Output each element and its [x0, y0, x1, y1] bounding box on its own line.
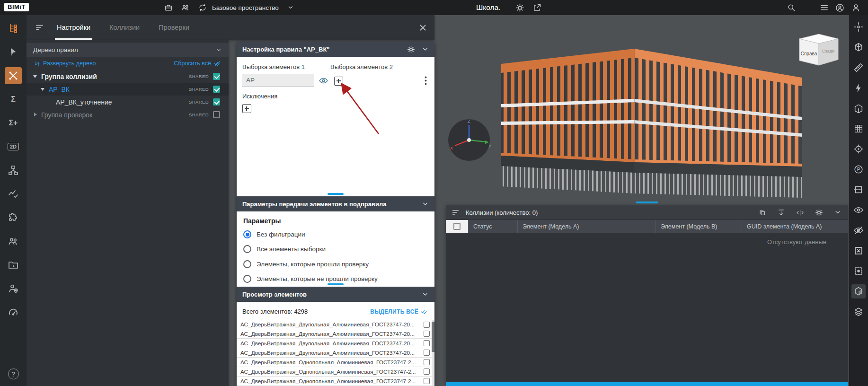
show-eye-icon[interactable]: [851, 203, 866, 217]
column-guid[interactable]: GUID элемента (Модель A): [742, 220, 848, 233]
chevron-down-icon[interactable]: [39, 85, 47, 93]
rule-settings-gear-icon[interactable]: [407, 45, 415, 53]
tree-item-collision-group[interactable]: Группа коллизий SHARED: [27, 70, 229, 83]
users-icon[interactable]: [5, 233, 22, 250]
close-icon[interactable]: [419, 24, 427, 32]
model-tree-icon[interactable]: [5, 20, 22, 37]
vertical-scrollbar[interactable]: [432, 320, 434, 386]
layers-icon[interactable]: [851, 305, 866, 319]
search-icon[interactable]: [786, 2, 797, 13]
column-element-a[interactable]: Элемент (Модель A): [518, 220, 656, 233]
chevron-right-icon[interactable]: [31, 111, 39, 119]
locate-target-icon[interactable]: [851, 142, 866, 156]
element-list-item[interactable]: АС_ДверьВитражная_Двупольная_Алюминиевая…: [237, 320, 434, 329]
section-cut-icon[interactable]: [851, 183, 866, 197]
element-checkbox[interactable]: [424, 359, 430, 365]
dashboard-gauge-icon[interactable]: [5, 304, 22, 321]
shared-folder-icon[interactable]: [5, 256, 22, 273]
workspace-case-icon[interactable]: [163, 2, 174, 13]
select-all-cell[interactable]: [446, 220, 469, 233]
structure-nodes-icon[interactable]: [5, 162, 22, 179]
collapse-chevron-icon[interactable]: [833, 208, 842, 217]
teams-icon[interactable]: [180, 2, 191, 13]
element-checkbox[interactable]: [424, 322, 430, 328]
radio-option-all-elements[interactable]: Все элементы выборки: [243, 245, 326, 253]
radio-option-no-filter[interactable]: Без фильтрации: [243, 230, 305, 238]
tree-item-ar-vk[interactable]: АР_ВК SHARED: [27, 83, 229, 96]
tree-item-checks-group[interactable]: Группа проверок SHARED: [27, 108, 229, 121]
add-exclusion-button[interactable]: [242, 104, 251, 113]
element-checkbox[interactable]: [424, 378, 430, 384]
radio-option-failed[interactable]: Элементы, которые не прошли проверку: [243, 275, 378, 283]
select-all-link[interactable]: ВЫДЕЛИТЬ ВСЁ: [370, 308, 428, 315]
add-selection-button[interactable]: [334, 77, 343, 86]
measure-ruler-icon[interactable]: [851, 61, 866, 75]
section-resize-handle[interactable]: [328, 193, 344, 195]
expand-tree-link[interactable]: Развернуть дерево: [34, 60, 96, 67]
shared-checkbox[interactable]: [213, 111, 220, 118]
orbit-cube-icon[interactable]: [851, 40, 866, 54]
isolate-icon[interactable]: [851, 264, 866, 278]
transparency-icon[interactable]: [851, 284, 866, 298]
2d-view-icon[interactable]: 2D: [5, 138, 22, 155]
collisions-module-icon[interactable]: [5, 67, 22, 84]
column-status[interactable]: Статус: [469, 220, 518, 233]
shared-checkbox[interactable]: [213, 73, 220, 80]
selection-filter-input[interactable]: [242, 74, 314, 87]
tree-section-header[interactable]: Дерево правил: [27, 43, 229, 57]
element-checkbox[interactable]: [424, 331, 430, 337]
element-checkbox[interactable]: [424, 350, 430, 356]
tree-item-ar-vk-clarify[interactable]: АР_ВК_уточнение SHARED: [27, 96, 229, 108]
rule-header[interactable]: Настройка правила "АР_ВК": [237, 42, 434, 57]
element-list-item[interactable]: АС_ДверьВитражная_Однопольная_Алюминиева…: [237, 377, 434, 386]
share-icon[interactable]: [531, 2, 542, 13]
tab-collisions[interactable]: Коллизии: [109, 15, 140, 40]
chart-check-icon[interactable]: [5, 185, 22, 202]
element-checkbox[interactable]: [424, 368, 430, 375]
menu-lines-icon[interactable]: [819, 2, 830, 13]
user-location-icon[interactable]: [5, 280, 22, 297]
element-list-item[interactable]: АС_ДверьВитражная_Двупольная_Алюминиевая…: [237, 329, 434, 339]
shared-checkbox[interactable]: [213, 98, 220, 105]
preview-section-header[interactable]: Просмотр элементов: [237, 287, 434, 302]
radio-option-passed[interactable]: Элементы, которые прошли проверку: [243, 260, 369, 268]
axis-gizmo[interactable]: Z Y X: [446, 117, 492, 163]
cube-face-side-label[interactable]: Сзади: [822, 49, 834, 53]
reset-all-link[interactable]: Сбросить всё: [174, 60, 221, 67]
more-options-icon[interactable]: [425, 76, 427, 85]
horizontal-scrollbar[interactable]: [446, 382, 848, 386]
hide-eye-off-icon[interactable]: [851, 223, 866, 237]
navigate-icon[interactable]: [851, 20, 866, 34]
column-element-b[interactable]: Элемент (Модель B): [656, 220, 742, 233]
account-history-icon[interactable]: [834, 2, 845, 13]
chevron-down-icon[interactable]: [31, 72, 39, 80]
tab-checks[interactable]: Проверки: [159, 15, 189, 40]
sync-icon[interactable]: [197, 2, 208, 13]
element-list-item[interactable]: АС_ДверьВитражная_Однопольная_Алюминиева…: [237, 358, 434, 367]
table-settings-gear-icon[interactable]: [814, 208, 824, 217]
hide-element-icon[interactable]: [851, 244, 866, 258]
radio-button[interactable]: [243, 245, 251, 253]
plane-p-icon[interactable]: P: [851, 162, 866, 176]
collisions-resize-handle[interactable]: [636, 202, 658, 203]
select-all-checkbox[interactable]: [453, 223, 461, 230]
chevron-down-icon[interactable]: [422, 291, 429, 298]
chevron-down-icon[interactable]: [422, 201, 429, 208]
element-list-item[interactable]: АС_ДверьВитражная_Двупольная_Алюминиевая…: [237, 348, 434, 358]
section-resize-handle[interactable]: [328, 283, 344, 285]
clip-box-icon[interactable]: [851, 101, 866, 115]
bimit-logo[interactable]: BIMiT: [4, 3, 29, 11]
help-icon[interactable]: ?: [8, 368, 19, 379]
radio-button[interactable]: [243, 275, 251, 283]
element-list-item[interactable]: АС_ДверьВитражная_Двупольная_Алюминиевая…: [237, 339, 434, 348]
visibility-eye-icon[interactable]: [319, 76, 328, 86]
radio-button[interactable]: [243, 260, 251, 268]
chevron-down-icon[interactable]: [422, 46, 429, 53]
duplicate-icon[interactable]: [757, 208, 767, 217]
collisions-menu-icon[interactable]: [452, 208, 460, 217]
element-list-item[interactable]: АС_ДверьВитражная_Однопольная_Алюминиева…: [237, 367, 434, 377]
plugins-puzzle-icon[interactable]: [5, 209, 22, 226]
tab-settings[interactable]: Настройки: [57, 15, 90, 40]
sum-add-icon[interactable]: Σ+: [5, 114, 22, 132]
params-section-header[interactable]: Параметры передачи элементов в подправил…: [237, 196, 434, 211]
